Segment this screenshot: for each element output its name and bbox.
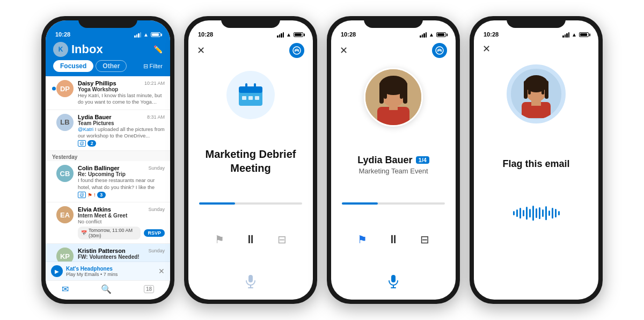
svg-rect-16 [403,82,407,104]
archive-button[interactable]: ⊟ [277,233,287,246]
status-time: 10:28 [341,31,356,38]
wifi-icon: ▲ [286,32,291,38]
screen-header: ✕ [188,40,313,60]
edit-icon[interactable]: ✏️ [153,45,163,54]
status-time: 10:28 [55,31,70,38]
tomorrow-tag: 📅 Tomorrow, 11:00 AM (30m) [78,227,141,239]
progress-fill [342,202,378,205]
email-sender: Lydia Bauer [78,114,112,120]
email-header: Kristin Patterson Sunday [78,248,165,254]
email-time: 8:31 AM [147,114,165,120]
status-time: 10:28 [198,31,213,38]
svg-rect-18 [400,80,403,99]
battery-icon [294,32,303,37]
screen-header: ✕ [474,40,598,57]
close-play-button[interactable]: ✕ [158,267,165,275]
svg-rect-15 [379,82,384,104]
email-avatar: EA [56,206,74,223]
email-item-elvia[interactable]: EA Elvia Atkins Sunday Intern Meet & Gre… [46,202,170,244]
screen-header: ✕ [331,40,456,60]
flag-control-button[interactable]: ⚑ [215,233,224,246]
rsvp-button[interactable]: RSVP [144,229,165,237]
email-content: Colin Ballinger Sunday Re: Upcoming Trip… [78,165,165,198]
phone-person: 10:28 ▲ ✕ [327,16,460,304]
tab-focused[interactable]: Focused [53,60,93,72]
svg-point-26 [524,75,548,92]
email-avatar: CB [56,165,74,182]
email-item-daisy[interactable]: DP Daisy Phillips 10:21 AM Yoga Workshop… [46,76,170,110]
notch [364,16,423,28]
nav-search[interactable]: 🔍 [101,284,112,294]
bottom-nav: ✉ 🔍 18 [46,280,170,300]
email-header: Lydia Bauer 8:31 AM [78,114,165,120]
person-info: Lydia Bauer 1/4 Marketing Team Event [357,155,429,175]
user-avatar[interactable]: K [53,42,68,57]
calendar-icon: 18 [144,285,154,293]
email-sender: Colin Ballinger [78,165,120,171]
section-yesterday: Yesterday [46,151,170,161]
battery-icon [436,32,446,37]
notch [78,16,137,28]
email-avatar: LB [56,114,74,131]
phone-inbox: 10:28 ▲ K Inbox ✏️ [41,16,174,304]
person-count-badge: 1/4 [416,156,429,164]
status-icons: ▲ [277,32,303,38]
email-item-kristin[interactable]: KP Kristin Patterson Sunday FW: Voluntee… [46,244,170,261]
notch [221,16,280,28]
email-content: Daisy Phillips 10:21 AM Yoga Workshop He… [78,80,165,106]
badge-priority: ! [94,192,96,198]
svg-rect-30 [541,78,544,94]
meeting-title: Marketing Debrief Meeting [199,147,302,175]
archive-button[interactable]: ⊟ [420,233,429,246]
flag-screen: Flag this email [474,57,598,300]
tab-other[interactable]: Other [96,60,127,72]
email-item-lydia[interactable]: LB Lydia Bauer 8:31 AM Team Pictures @Ka… [46,110,170,151]
notch [507,16,566,28]
filter-button[interactable]: ⊟ Filter [143,63,163,70]
calendar-icon-wrap [226,71,275,119]
svg-rect-29 [528,78,531,94]
email-content: Kristin Patterson Sunday FW: Volunteers … [78,248,165,260]
email-badges: @ 2 [78,140,165,147]
nav-mail[interactable]: ✉ [62,284,69,294]
email-time: 10:21 AM [144,81,165,86]
email-avatar: KP [56,248,74,261]
mic-button[interactable] [387,274,400,289]
svg-rect-21 [391,275,396,282]
mic-button[interactable] [244,274,257,289]
email-badges: @ ⚑ ! 3 [78,192,165,198]
pause-button[interactable]: ⏸ [387,232,399,246]
email-sender: Elvia Atkins [78,206,111,213]
svg-rect-32 [531,99,541,106]
close-button[interactable]: ✕ [482,43,491,55]
flag-control-button[interactable]: ⚑ [357,233,367,246]
svg-rect-4 [254,83,256,90]
email-time: Sunday [148,207,165,212]
phone-screen-person: 10:28 ▲ ✕ [331,20,456,300]
inbox-title: Inbox [71,42,103,56]
badge-count: 2 [87,140,96,147]
play-button[interactable]: ▶ [51,265,63,277]
brand-logo [432,43,447,58]
close-button[interactable]: ✕ [340,45,348,56]
progress-bar [342,202,445,205]
pause-button[interactable]: ⏸ [245,232,257,246]
tab-pills: Focused Other [53,60,127,72]
email-header: Daisy Phillips 10:21 AM [78,80,165,86]
inbox-title-row: K Inbox ✏️ [53,42,163,57]
playback-controls: ⚑ ⏸ ⊟ [199,232,302,246]
email-header: Colin Ballinger Sunday [78,165,165,171]
phone-screen-meeting: 10:28 ▲ ✕ [188,20,313,300]
phone-screen-inbox: 10:28 ▲ K Inbox ✏️ [46,20,170,300]
svg-rect-3 [245,83,247,90]
person-avatar [364,68,423,127]
email-list: DP Daisy Phillips 10:21 AM Yoga Workshop… [46,76,170,261]
calendar-mini-icon: 📅 [81,230,87,236]
status-icons: ▲ [420,32,446,38]
badge-flag: ⚑ [87,192,92,198]
close-button[interactable]: ✕ [197,45,205,56]
nav-calendar[interactable]: 18 [144,285,154,293]
signal-bars [562,32,569,38]
email-item-colin[interactable]: CB Colin Ballinger Sunday Re: Upcoming T… [46,161,170,202]
meeting-screen: Marketing Debrief Meeting ⚑ ⏸ ⊟ [188,60,313,300]
